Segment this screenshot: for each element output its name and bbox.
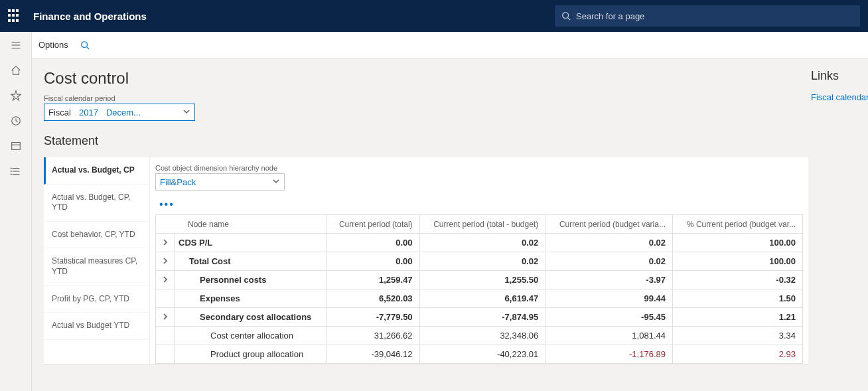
nav-rail [0,32,32,391]
dimension-value: Fill&Pack [160,177,196,187]
node-name-cell: Expenses [175,289,327,308]
home-icon[interactable] [9,64,23,77]
dimension-label: Cost object dimension hierarchy node [155,164,803,172]
recent-icon[interactable] [9,114,23,127]
workspace-icon[interactable] [9,139,23,153]
value-cell: 32,348.06 [419,327,545,345]
dimension-select[interactable]: Fill&Pack [155,173,285,191]
value-cell: 6,520.03 [327,289,419,308]
action-search-icon[interactable] [80,40,90,50]
statement-table: Node name Current period (total) Current… [155,214,803,364]
col-node-name[interactable]: Node name [156,215,327,234]
col-budget-variance[interactable]: Current period (budget varia... [545,215,673,234]
col-current-total[interactable]: Current period (total) [327,215,419,234]
value-cell: -39,046.12 [327,345,419,364]
node-name-cell: Secondary cost allocations [175,308,327,327]
period-seg-year[interactable]: 2017 [75,108,102,117]
table-row[interactable]: Total Cost0.000.020.02100.00 [156,252,803,271]
menu-icon[interactable] [9,39,23,52]
search-icon [561,11,571,21]
modules-icon[interactable] [9,165,23,178]
action-bar: Options [32,32,868,58]
expand-toggle[interactable] [156,252,175,271]
table-row[interactable]: Cost center allocation31,266.6232,348.06… [156,327,803,345]
tab-actual-vs-budget-ytd[interactable]: Actual vs Budget YTD [44,313,149,340]
svg-line-1 [568,18,571,21]
tab-profit-by-pg-cp-ytd[interactable]: Profit by PG, CP, YTD [44,286,149,313]
global-search[interactable] [555,5,860,27]
expand-toggle [156,289,175,308]
svg-point-0 [563,13,569,19]
value-cell: 2.93 [672,345,802,364]
node-name-cell: Cost center allocation [175,327,327,345]
expand-toggle[interactable] [156,234,175,252]
statement-section-title: Statement [44,134,808,148]
value-cell: -0.32 [672,271,802,289]
chevron-down-icon [272,177,280,187]
expand-toggle[interactable] [156,308,175,327]
table-row[interactable]: Secondary cost allocations-7,779.50-7,87… [156,308,803,327]
value-cell: -7,874.95 [419,308,545,327]
table-row[interactable]: Personnel costs1,259.471,255.50-3.97-0.3… [156,271,803,289]
link-fiscal-calendars[interactable]: Fiscal calendars [811,92,868,102]
value-cell: -40,223.01 [419,345,545,364]
options-button[interactable]: Options [38,40,68,50]
value-cell: 0.02 [419,234,545,252]
col-budget-variance-pct[interactable]: % Current period (budget var... [672,215,802,234]
value-cell: 0.00 [327,234,419,252]
global-search-input[interactable] [576,11,853,21]
col-current-total-budget[interactable]: Current period (total - budget) [419,215,545,234]
period-seg-month[interactable]: Decem... [102,108,145,117]
favorite-icon[interactable] [9,89,23,102]
table-row[interactable]: Expenses6,520.036,619.4799.441.50 [156,289,803,308]
node-name-cell: CDS P/L [175,234,327,252]
links-panel: Links Fiscal calendars [808,69,868,391]
svg-line-15 [86,46,89,49]
value-cell: 100.00 [672,252,802,271]
tab-actual-vs-budget-cp-ytd[interactable]: Actual vs. Budget, CP, YTD [44,185,149,222]
chevron-down-icon[interactable] [182,108,190,117]
value-cell: 31,266.62 [327,327,419,345]
node-name-cell: Product group allocation [175,345,327,364]
page-title: Cost control [44,69,808,88]
node-name-cell: Personnel costs [175,271,327,289]
node-name-cell: Total Cost [175,252,327,271]
more-actions-icon[interactable]: ••• [155,198,803,210]
period-label: Fiscal calendar period [44,94,808,102]
links-title: Links [811,69,868,83]
svg-rect-6 [11,143,20,150]
value-cell: 99.44 [545,289,673,308]
tab-statistical-measures-cp-ytd[interactable]: Statistical measures CP, YTD [44,248,149,285]
value-cell: 1,081.44 [545,327,673,345]
svg-point-13 [11,174,11,175]
period-seg-fiscal[interactable]: Fiscal [44,108,75,117]
expand-toggle[interactable] [156,271,175,289]
app-header: Finance and Operations [0,0,868,32]
table-row[interactable]: Product group allocation-39,046.12-40,22… [156,345,803,364]
value-cell: 3.34 [672,327,802,345]
tab-actual-vs-budget-cp[interactable]: Actual vs. Budget, CP [44,157,149,185]
value-cell: 6,619.47 [419,289,545,308]
value-cell: 0.00 [327,252,419,271]
svg-point-11 [11,168,11,169]
expand-toggle [156,345,175,364]
statement-card: Actual vs. Budget, CP Actual vs. Budget,… [44,157,808,364]
value-cell: 100.00 [672,234,802,252]
value-cell: 0.02 [419,252,545,271]
value-cell: -3.97 [545,271,673,289]
table-row[interactable]: CDS P/L0.000.020.02100.00 [156,234,803,252]
value-cell: 1,255.50 [419,271,545,289]
tab-cost-behavior-cp-ytd[interactable]: Cost behavior, CP, YTD [44,222,149,249]
table-header-row: Node name Current period (total) Current… [156,215,803,234]
value-cell: 1,259.47 [327,271,419,289]
statement-content: Cost object dimension hierarchy node Fil… [150,157,808,364]
value-cell: -95.45 [545,308,673,327]
value-cell: 0.02 [545,252,673,271]
value-cell: 1.21 [672,308,802,327]
fiscal-period-picker[interactable]: Fiscal 2017 Decem... [44,104,195,121]
statement-tab-rail: Actual vs. Budget, CP Actual vs. Budget,… [44,157,150,364]
value-cell: -1,176.89 [545,345,673,364]
value-cell: -7,779.50 [327,308,419,327]
value-cell: 0.02 [545,234,673,252]
app-launcher-icon[interactable] [8,9,21,23]
